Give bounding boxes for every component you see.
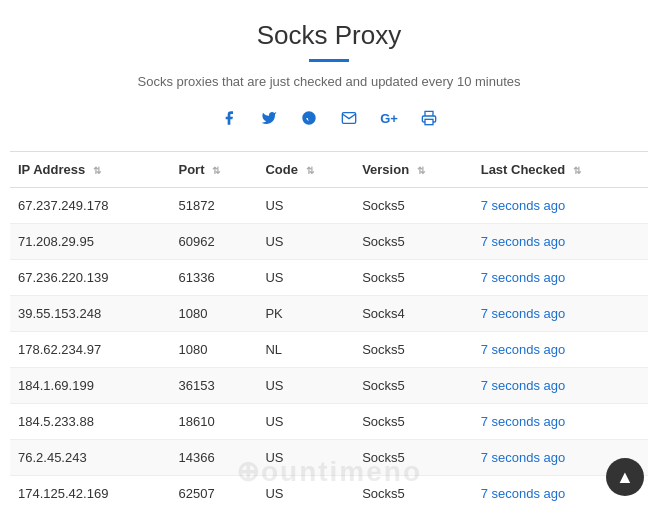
col-header-version[interactable]: Version ⇅ [354, 152, 473, 188]
cell-code: US [257, 260, 354, 296]
email-icon[interactable] [334, 103, 364, 133]
twitter-icon[interactable] [254, 103, 284, 133]
cell-last-checked: 7 seconds ago [473, 224, 648, 260]
cell-code: US [257, 224, 354, 260]
cell-last-checked: 7 seconds ago [473, 188, 648, 224]
cell-version: Socks5 [354, 260, 473, 296]
cell-version: Socks5 [354, 188, 473, 224]
table-row: 67.237.249.17851872USSocks57 seconds ago [10, 188, 648, 224]
proxy-table-container: IP Address ⇅ Port ⇅ Code ⇅ Version ⇅ [10, 151, 648, 510]
social-icons-bar: G+ [10, 103, 648, 133]
table-row: 71.208.29.9560962USSocks57 seconds ago [10, 224, 648, 260]
cell-ip: 71.208.29.95 [10, 224, 170, 260]
col-header-port[interactable]: Port ⇅ [170, 152, 257, 188]
cell-version: Socks5 [354, 404, 473, 440]
table-row: 174.125.42.16962507USSocks57 seconds ago [10, 476, 648, 511]
cell-ip: 67.236.220.139 [10, 260, 170, 296]
cell-code: US [257, 404, 354, 440]
cell-version: Socks5 [354, 332, 473, 368]
table-row: 76.2.45.24314366USSocks57 seconds ago [10, 440, 648, 476]
cell-ip: 178.62.234.97 [10, 332, 170, 368]
chevron-up-icon: ▲ [616, 467, 634, 488]
facebook-icon[interactable] [214, 103, 244, 133]
sort-icon-version: ⇅ [417, 165, 425, 176]
scroll-top-button[interactable]: ▲ [606, 458, 644, 496]
cell-port: 60962 [170, 224, 257, 260]
cell-port: 61336 [170, 260, 257, 296]
subtitle: Socks proxies that are just checked and … [10, 74, 648, 89]
col-header-checked[interactable]: Last Checked ⇅ [473, 152, 648, 188]
skype-icon[interactable] [294, 103, 324, 133]
cell-code: US [257, 476, 354, 511]
table-header-row: IP Address ⇅ Port ⇅ Code ⇅ Version ⇅ [10, 152, 648, 188]
cell-ip: 184.5.233.88 [10, 404, 170, 440]
cell-version: Socks5 [354, 224, 473, 260]
cell-ip: 67.237.249.178 [10, 188, 170, 224]
table-row: 67.236.220.13961336USSocks57 seconds ago [10, 260, 648, 296]
cell-version: Socks5 [354, 440, 473, 476]
print-icon[interactable] [414, 103, 444, 133]
cell-last-checked: 7 seconds ago [473, 368, 648, 404]
cell-port: 1080 [170, 332, 257, 368]
sort-icon-port: ⇅ [212, 165, 220, 176]
cell-port: 14366 [170, 440, 257, 476]
sort-icon-checked: ⇅ [573, 165, 581, 176]
col-header-ip[interactable]: IP Address ⇅ [10, 152, 170, 188]
cell-version: Socks5 [354, 368, 473, 404]
col-header-code[interactable]: Code ⇅ [257, 152, 354, 188]
table-row: 178.62.234.971080NLSocks57 seconds ago [10, 332, 648, 368]
cell-version: Socks4 [354, 296, 473, 332]
svg-rect-0 [425, 119, 433, 124]
cell-last-checked: 7 seconds ago [473, 404, 648, 440]
cell-port: 51872 [170, 188, 257, 224]
cell-port: 18610 [170, 404, 257, 440]
table-row: 184.1.69.19936153USSocks57 seconds ago [10, 368, 648, 404]
cell-code: US [257, 368, 354, 404]
cell-last-checked: 7 seconds ago [473, 260, 648, 296]
cell-last-checked: 7 seconds ago [473, 296, 648, 332]
cell-last-checked: 7 seconds ago [473, 332, 648, 368]
sort-icon-ip: ⇅ [93, 165, 101, 176]
cell-port: 1080 [170, 296, 257, 332]
cell-ip: 184.1.69.199 [10, 368, 170, 404]
table-row: 184.5.233.8818610USSocks57 seconds ago [10, 404, 648, 440]
proxy-table: IP Address ⇅ Port ⇅ Code ⇅ Version ⇅ [10, 151, 648, 510]
title-underline [309, 59, 349, 62]
sort-icon-code: ⇅ [306, 165, 314, 176]
googleplus-icon[interactable]: G+ [374, 103, 404, 133]
cell-code: NL [257, 332, 354, 368]
cell-ip: 174.125.42.169 [10, 476, 170, 511]
cell-version: Socks5 [354, 476, 473, 511]
table-row: 39.55.153.2481080PKSocks47 seconds ago [10, 296, 648, 332]
cell-port: 62507 [170, 476, 257, 511]
cell-ip: 76.2.45.243 [10, 440, 170, 476]
page-title: Socks Proxy [10, 20, 648, 51]
cell-code: PK [257, 296, 354, 332]
cell-ip: 39.55.153.248 [10, 296, 170, 332]
cell-code: US [257, 188, 354, 224]
cell-code: US [257, 440, 354, 476]
cell-port: 36153 [170, 368, 257, 404]
